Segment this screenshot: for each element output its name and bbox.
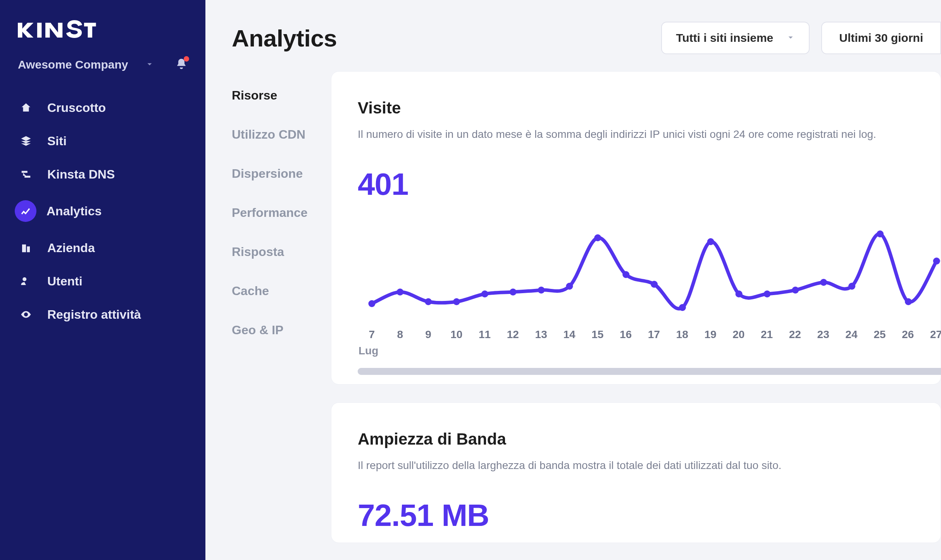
x-tick-label: 19 (696, 328, 725, 341)
x-tick-label: 20 (724, 328, 753, 341)
x-tick-label: 21 (753, 328, 781, 341)
sidebar-item-label: Utenti (47, 274, 83, 289)
subnav-item-resources[interactable]: Risorse (232, 76, 331, 115)
subnav-item-label: Risorse (232, 88, 277, 102)
primary-nav: Cruscotto Siti Kinsta DNS Analytics Azie… (0, 91, 205, 331)
svg-point-17 (736, 290, 743, 297)
panel-visits: Visite Il numero di visite in un dato me… (331, 71, 941, 385)
sidebar-item-company[interactable]: Azienda (9, 231, 197, 265)
sidebar-item-label: Analytics (47, 204, 102, 218)
x-tick-label: 18 (668, 328, 696, 341)
x-tick-label: 22 (781, 328, 809, 341)
svg-point-19 (792, 287, 799, 294)
x-tick-label: 8 (386, 328, 414, 341)
x-tick-label: 24 (838, 328, 866, 341)
x-tick-label: 25 (865, 328, 894, 341)
visits-line-chart (358, 218, 941, 323)
x-tick-label: 10 (442, 328, 470, 341)
svg-marker-3 (84, 23, 96, 38)
svg-point-10 (538, 287, 545, 294)
x-tick-label: 11 (470, 328, 499, 341)
panel-bandwidth-title: Ampiezza di Banda (358, 430, 941, 448)
sidebar-item-dns[interactable]: Kinsta DNS (9, 158, 197, 191)
svg-marker-0 (18, 23, 33, 38)
page-title: Analytics (232, 24, 337, 52)
sidebar-item-analytics[interactable]: Analytics (9, 191, 197, 231)
chevron-down-icon (786, 31, 795, 45)
visits-chart: 789101112131415161718192021222324252627 … (358, 218, 941, 375)
notifications-button[interactable] (175, 58, 188, 72)
subnav-item-label: Dispersione (232, 167, 303, 180)
period-filter-label: Ultimi 30 giorni (839, 31, 923, 45)
site-filter-select[interactable]: Tutti i siti insieme (661, 22, 810, 54)
svg-point-6 (425, 298, 432, 305)
svg-point-23 (905, 298, 912, 305)
dns-icon (19, 167, 33, 182)
x-tick-label: 15 (583, 328, 612, 341)
sidebar-item-sites[interactable]: Siti (9, 124, 197, 158)
site-filter-label: Tutti i siti insieme (676, 31, 773, 45)
svg-point-4 (368, 300, 375, 307)
svg-point-8 (481, 290, 488, 297)
svg-point-22 (877, 230, 884, 237)
svg-point-15 (679, 304, 686, 311)
svg-point-16 (707, 238, 714, 245)
subnav-item-label: Risposta (232, 245, 284, 259)
subnav-item-label: Geo & IP (232, 323, 283, 337)
panel-visits-title: Visite (358, 99, 941, 117)
svg-point-13 (622, 271, 629, 278)
subnav-item-label: Cache (232, 284, 269, 298)
chart-horizontal-scrollbar[interactable] (358, 368, 941, 375)
subnav-item-label: Performance (232, 206, 308, 220)
panel-bandwidth-desc: Il report sull'utilizzo della larghezza … (358, 458, 941, 473)
chart-icon (15, 200, 36, 222)
svg-point-14 (651, 281, 658, 288)
building-icon (19, 240, 33, 255)
sidebar: Awesome Company Cruscotto Siti Kins (0, 0, 205, 560)
subnav-item-dispersion[interactable]: Dispersione (232, 154, 331, 193)
sidebar-item-users[interactable]: Utenti (9, 265, 197, 298)
topbar: Analytics Tutti i siti insieme Ultimi 30… (205, 0, 941, 71)
period-filter-select[interactable]: Ultimi 30 giorni (821, 22, 941, 54)
svg-point-11 (566, 283, 573, 290)
visits-total: 401 (358, 167, 941, 202)
sidebar-item-dashboard[interactable]: Cruscotto (9, 91, 197, 124)
svg-point-5 (396, 289, 403, 295)
x-tick-label: 17 (640, 328, 668, 341)
svg-point-12 (594, 234, 601, 241)
notification-dot (184, 56, 189, 62)
panel-bandwidth: Ampiezza di Banda Il report sull'utilizz… (331, 402, 941, 543)
sidebar-item-label: Siti (47, 134, 67, 148)
x-tick-label: 12 (499, 328, 527, 341)
subnav-item-response[interactable]: Risposta (232, 232, 331, 271)
home-icon (19, 100, 33, 115)
svg-point-9 (510, 289, 517, 295)
main: Analytics Tutti i siti insieme Ultimi 30… (205, 0, 941, 560)
x-tick-label: 9 (414, 328, 443, 341)
subnav-item-performance[interactable]: Performance (232, 193, 331, 232)
sidebar-item-label: Kinsta DNS (47, 167, 115, 182)
panel-visits-desc: Il numero di visite in un dato mese è la… (358, 127, 941, 142)
subnav-item-cdn[interactable]: Utilizzo CDN (232, 115, 331, 154)
x-tick-label: 16 (612, 328, 640, 341)
subnav-item-label: Utilizzo CDN (232, 127, 305, 141)
subnav-item-cache[interactable]: Cache (232, 271, 331, 311)
bandwidth-total: 72.51 MB (358, 498, 941, 533)
x-tick-label: 7 (358, 328, 386, 341)
eye-icon (19, 307, 33, 322)
company-switcher[interactable]: Awesome Company (18, 58, 154, 71)
company-name: Awesome Company (18, 58, 128, 71)
analytics-subnav: Risorse Utilizzo CDN Dispersione Perform… (232, 71, 331, 560)
subnav-item-geoip[interactable]: Geo & IP (232, 311, 331, 350)
visits-x-month: Lug (358, 345, 941, 357)
svg-point-7 (453, 298, 460, 305)
svg-point-18 (763, 290, 770, 297)
x-tick-label: 13 (527, 328, 555, 341)
sidebar-item-activity[interactable]: Registro attività (9, 298, 197, 331)
svg-point-20 (820, 279, 827, 286)
svg-point-21 (848, 283, 855, 290)
sidebar-item-label: Azienda (47, 241, 95, 255)
visits-x-axis: 789101112131415161718192021222324252627 (358, 328, 941, 341)
users-icon (19, 274, 33, 289)
svg-marker-2 (45, 23, 62, 38)
